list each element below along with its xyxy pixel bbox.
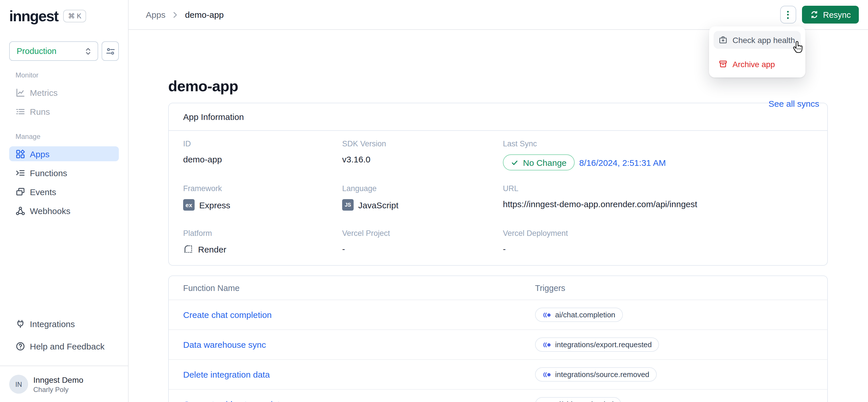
- apps-icon: [16, 149, 25, 159]
- check-icon: [511, 159, 518, 166]
- top-bar: Apps demo-app Resync: [129, 0, 868, 30]
- app-root: inngest ⌘ K Production Monitor Metrics: [0, 0, 868, 402]
- sidebar-item-help-feedback[interactable]: Help and Feedback: [9, 339, 119, 353]
- sidebar-item-integrations[interactable]: Integrations: [9, 316, 119, 331]
- sidebar: inngest ⌘ K Production Monitor Metrics: [0, 0, 129, 402]
- environment-filter-button[interactable]: [102, 41, 119, 61]
- function-link[interactable]: Delete integration data: [183, 370, 535, 379]
- breadcrumb: Apps demo-app: [146, 10, 224, 20]
- sidebar-item-metrics[interactable]: Metrics: [9, 85, 119, 100]
- sidebar-item-label: Metrics: [30, 88, 58, 97]
- page-title: demo-app: [168, 77, 828, 95]
- field-id: ID demo-app: [183, 131, 342, 176]
- trigger-badge: ai/video.uploaded: [535, 397, 621, 402]
- sidebar-item-label: Integrations: [30, 319, 75, 329]
- breadcrumb-apps[interactable]: Apps: [146, 10, 165, 20]
- archive-icon: [719, 60, 727, 68]
- app-actions-menu-button[interactable]: [780, 6, 796, 24]
- event-trigger-icon: [542, 312, 551, 318]
- function-link[interactable]: Generate video transcript: [183, 399, 535, 402]
- sidebar-nav: Monitor Metrics Runs Manage Apps Functio…: [0, 65, 128, 402]
- sidebar-item-webhooks[interactable]: Webhooks: [9, 203, 119, 218]
- function-link[interactable]: Create chat completion: [183, 310, 535, 320]
- menu-item-archive-app[interactable]: Archive app: [714, 55, 801, 73]
- sidebar-item-label: Webhooks: [30, 206, 70, 216]
- command-k-shortcut[interactable]: ⌘ K: [63, 10, 86, 22]
- javascript-icon: JS: [342, 199, 353, 211]
- table-row: Create chat completion ai/chat.completio…: [169, 300, 827, 330]
- trigger-badge: integrations/export.requested: [535, 337, 659, 352]
- sidebar-item-functions[interactable]: Functions: [9, 165, 119, 180]
- section-label-monitor: Monitor: [16, 71, 119, 79]
- field-platform: Platform Render: [183, 220, 342, 265]
- filter-sliders-icon: [105, 46, 115, 56]
- first-aid-kit-icon: [719, 36, 727, 44]
- event-trigger-icon: [542, 372, 551, 377]
- last-sync-date-link[interactable]: 8/16/2024, 2:51:31 AM: [579, 157, 666, 167]
- sidebar-item-events[interactable]: Events: [9, 184, 119, 199]
- integrations-plug-icon: [16, 319, 25, 329]
- runs-icon: [16, 106, 25, 116]
- column-triggers: Triggers: [535, 283, 813, 292]
- field-sdk-version: SDK Version v3.16.0: [342, 131, 503, 176]
- metrics-icon: [16, 88, 25, 97]
- app-information-title: App Information: [169, 103, 827, 131]
- environment-value: Production: [17, 47, 57, 56]
- help-circle-icon: [16, 341, 25, 351]
- functions-table-card: Function Name Triggers Create chat compl…: [168, 275, 828, 402]
- chevron-right-icon: [172, 11, 178, 18]
- menu-item-check-app-health[interactable]: Check app health: [714, 31, 801, 49]
- events-icon: [16, 187, 25, 196]
- app-information-grid: ID demo-app SDK Version v3.16.0 Last Syn…: [169, 131, 827, 265]
- breadcrumb-current: demo-app: [185, 10, 224, 20]
- see-all-syncs-link[interactable]: See all syncs: [768, 99, 819, 109]
- trigger-badge: integrations/source.removed: [535, 367, 657, 382]
- sidebar-item-label: Events: [30, 187, 56, 196]
- field-vercel-project: Vercel Project -: [342, 220, 503, 265]
- no-change-badge: No Change: [503, 154, 575, 171]
- sidebar-item-label: Functions: [30, 168, 67, 178]
- table-row: Data warehouse sync integrations/export.…: [169, 330, 827, 359]
- trigger-badge: ai/chat.completion: [535, 308, 623, 322]
- event-trigger-icon: [542, 342, 551, 347]
- field-language: Language JS JavaScript: [342, 176, 503, 220]
- sidebar-item-runs[interactable]: Runs: [9, 104, 119, 119]
- field-url: URL https://inngest-demo-app.onrender.co…: [503, 176, 813, 220]
- section-label-manage: Manage: [16, 132, 119, 141]
- field-last-sync: Last Sync No Change 8/16/2024, 2:51:31 A…: [503, 131, 813, 176]
- sidebar-item-apps[interactable]: Apps: [9, 146, 119, 161]
- field-vercel-deployment: Vercel Deployment -: [503, 220, 813, 265]
- chevron-updown-icon: [84, 47, 92, 55]
- user-name: Charly Poly: [33, 385, 83, 393]
- app-actions-menu: Check app health Archive app: [709, 26, 805, 78]
- environment-select[interactable]: Production: [9, 41, 98, 61]
- avatar: IN: [9, 375, 28, 394]
- render-icon: [183, 244, 193, 254]
- function-link[interactable]: Data warehouse sync: [183, 340, 535, 349]
- inngest-logo[interactable]: inngest: [9, 8, 58, 24]
- functions-table-header: Function Name Triggers: [169, 276, 827, 300]
- sidebar-item-label: Help and Feedback: [30, 341, 104, 351]
- table-row: Delete integration data integrations/sou…: [169, 359, 827, 389]
- account-name: Inngest Demo: [33, 375, 83, 384]
- mouse-cursor-pointer: [792, 41, 803, 57]
- column-function-name: Function Name: [183, 283, 535, 292]
- functions-icon: [16, 168, 25, 178]
- table-row: Generate video transcript ai/video.uploa…: [169, 389, 827, 402]
- sidebar-item-label: Runs: [30, 106, 50, 116]
- webhooks-icon: [16, 206, 25, 216]
- express-icon: ex: [183, 199, 195, 211]
- resync-refresh-icon: [810, 10, 818, 19]
- resync-label: Resync: [823, 10, 851, 19]
- page-content: See all syncs demo-app App Information I…: [129, 30, 868, 402]
- app-information-card: App Information ID demo-app SDK Version …: [168, 103, 828, 266]
- user-account[interactable]: IN Inngest Demo Charly Poly: [0, 366, 128, 402]
- sidebar-item-label: Apps: [30, 149, 50, 159]
- resync-button[interactable]: Resync: [802, 6, 859, 24]
- field-framework: Framework ex Express: [183, 176, 342, 220]
